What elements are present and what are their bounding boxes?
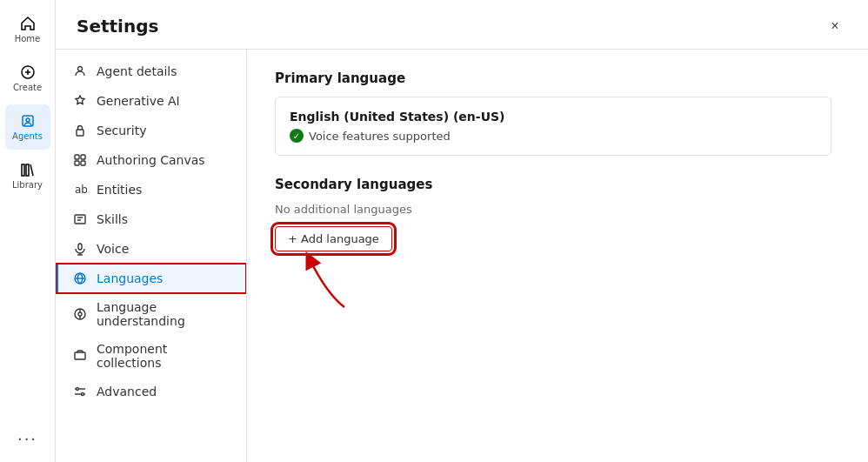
svg-point-4	[26, 118, 30, 122]
primary-language-name: English (United States) (en-US)	[290, 110, 817, 124]
voice-support-label: Voice features supported	[309, 130, 451, 143]
advanced-icon	[72, 384, 88, 399]
voice-icon	[72, 241, 88, 257]
nav-more[interactable]: ...	[5, 420, 50, 448]
agent-details-icon	[72, 64, 88, 79]
settings-sidebar: Agent details Generative AI	[56, 50, 247, 462]
voice-support-check-icon	[290, 129, 304, 143]
svg-rect-11	[75, 161, 79, 165]
generative-ai-icon	[72, 93, 88, 109]
settings-content: Primary language English (United States)…	[247, 50, 868, 462]
sidebar-item-agent-details[interactable]: Agent details	[56, 57, 246, 86]
nav-item-home[interactable]: Home	[5, 7, 50, 52]
svg-point-7	[78, 67, 83, 71]
svg-text:ab: ab	[75, 184, 87, 196]
nav-library-label: Library	[12, 180, 43, 191]
svg-rect-14	[75, 215, 85, 224]
svg-rect-26	[75, 352, 85, 359]
svg-rect-12	[81, 161, 85, 165]
nav-create-label: Create	[13, 83, 42, 93]
nav-item-create[interactable]: Create	[5, 56, 50, 101]
entities-icon: ab	[72, 182, 88, 198]
svg-point-23	[78, 312, 82, 316]
annotation-arrow	[292, 251, 362, 311]
settings-panel: Settings × Agent details	[56, 0, 868, 462]
sidebar-item-component-collections[interactable]: Component collections	[56, 335, 246, 377]
sidebar-item-security[interactable]: Security	[56, 116, 246, 145]
nav-home-label: Home	[15, 34, 41, 44]
sidebar-label-advanced: Advanced	[97, 385, 157, 398]
sidebar-label-agent-details: Agent details	[97, 64, 177, 78]
sidebar-item-authoring-canvas[interactable]: Authoring Canvas	[56, 145, 246, 175]
svg-rect-17	[78, 244, 82, 250]
sidebar-item-language-understanding[interactable]: Language understanding	[56, 293, 246, 335]
no-additional-languages: No additional languages	[275, 203, 840, 216]
sidebar-label-languages: Languages	[97, 271, 163, 285]
sidebar-label-authoring-canvas: Authoring Canvas	[97, 153, 205, 167]
primary-language-card: English (United States) (en-US) Voice fe…	[275, 97, 831, 156]
nav-more-label: ...	[17, 425, 37, 444]
languages-icon	[72, 271, 88, 286]
authoring-canvas-icon	[72, 152, 88, 168]
sidebar-label-skills: Skills	[97, 212, 128, 226]
language-support-row: Voice features supported	[290, 129, 817, 143]
sidebar-label-entities: Entities	[97, 183, 142, 197]
security-icon	[72, 123, 88, 138]
sidebar-label-security: Security	[97, 124, 147, 137]
left-nav: Home Create Agents Library ...	[0, 0, 56, 462]
svg-rect-5	[22, 164, 24, 176]
language-understanding-icon	[72, 306, 88, 322]
skills-icon	[72, 211, 88, 227]
nav-item-agents[interactable]: Agents	[5, 104, 50, 150]
sidebar-label-component-collections: Component collections	[97, 342, 232, 370]
sidebar-item-advanced[interactable]: Advanced	[56, 377, 246, 406]
sidebar-label-voice: Voice	[97, 242, 129, 256]
sidebar-label-language-understanding: Language understanding	[97, 300, 232, 328]
svg-rect-9	[75, 155, 79, 159]
component-collections-icon	[72, 348, 88, 364]
settings-header: Settings ×	[56, 0, 868, 50]
close-button[interactable]: ×	[823, 14, 847, 38]
svg-rect-8	[77, 130, 83, 136]
sidebar-item-voice[interactable]: Voice	[56, 234, 246, 264]
sidebar-item-languages[interactable]: Languages	[56, 264, 246, 293]
svg-point-30	[82, 393, 84, 396]
sidebar-item-generative-ai[interactable]: Generative AI	[56, 86, 246, 116]
secondary-language-title: Secondary languages	[275, 177, 840, 192]
primary-language-title: Primary language	[275, 70, 840, 86]
create-icon	[19, 64, 37, 81]
nav-item-library[interactable]: Library	[5, 153, 50, 198]
sidebar-item-entities[interactable]: ab Entities	[56, 175, 246, 204]
add-language-container: + Add language	[275, 226, 392, 251]
settings-body: Agent details Generative AI	[56, 50, 868, 462]
nav-agents-label: Agents	[12, 131, 43, 142]
svg-rect-6	[26, 164, 29, 176]
home-icon	[19, 15, 37, 32]
settings-title: Settings	[77, 16, 158, 37]
sidebar-item-skills[interactable]: Skills	[56, 204, 246, 234]
svg-point-29	[77, 388, 79, 391]
svg-rect-10	[81, 155, 85, 159]
agents-icon	[19, 112, 37, 130]
sidebar-label-generative-ai: Generative AI	[97, 94, 180, 108]
library-icon	[19, 161, 37, 178]
add-language-button[interactable]: + Add language	[275, 226, 392, 251]
